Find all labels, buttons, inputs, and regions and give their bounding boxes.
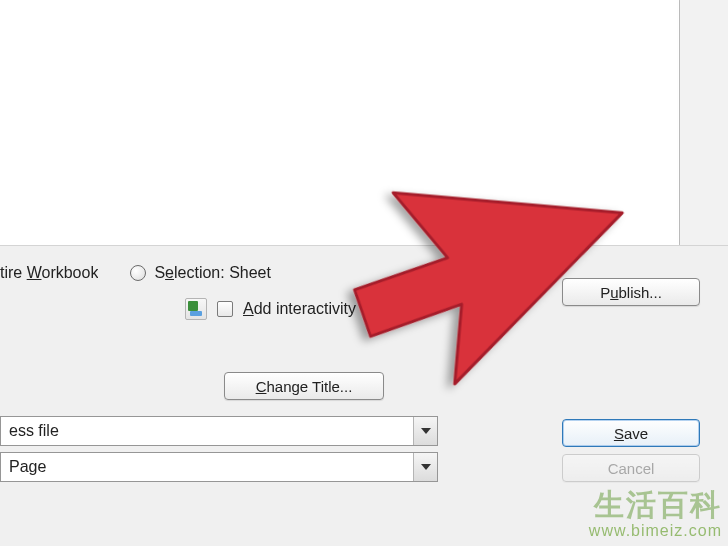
text-fragment: blish...: [619, 284, 662, 301]
add-interactivity-label: Add interactivity: [243, 300, 356, 318]
selection-sheet-label: Selection: Sheet: [154, 264, 271, 282]
file-name-combo[interactable]: ess file: [0, 416, 438, 446]
excel-web-icon: [185, 298, 207, 320]
text-fragment: ave: [624, 425, 648, 442]
publish-button[interactable]: Publish...: [562, 278, 700, 306]
selection-sheet-radio[interactable]: Selection: Sheet: [130, 264, 271, 282]
add-interactivity-checkbox[interactable]: [217, 301, 233, 317]
text-fragment: lection: Sheet: [174, 264, 271, 281]
right-gutter: [680, 0, 728, 245]
access-key: S: [614, 425, 624, 442]
access-key: W: [27, 264, 42, 281]
dropdown-arrow-icon[interactable]: [413, 453, 437, 481]
entire-workbook-label: tire Workbook: [0, 264, 98, 282]
text-fragment: P: [600, 284, 610, 301]
text-fragment: hange Title...: [266, 378, 352, 395]
text-fragment: dd interactivity: [254, 300, 356, 317]
save-button[interactable]: Save: [562, 419, 700, 447]
cancel-label: Cancel: [608, 460, 655, 477]
cancel-button[interactable]: Cancel: [562, 454, 700, 482]
access-key: A: [243, 300, 254, 317]
save-as-type-combo[interactable]: Page: [0, 452, 438, 482]
save-as-dialog-lower: tire Workbook Selection: Sheet Publish..…: [0, 245, 728, 545]
file-name-value: ess file: [9, 422, 59, 440]
access-key: u: [610, 284, 618, 301]
radio-icon: [130, 265, 146, 281]
text-fragment: tire: [0, 264, 27, 281]
access-key: e: [165, 264, 174, 281]
text-fragment: orkbook: [41, 264, 98, 281]
preview-area: [0, 0, 680, 245]
change-title-button[interactable]: Change Title...: [224, 372, 384, 400]
access-key: C: [256, 378, 267, 395]
text-fragment: S: [154, 264, 165, 281]
save-as-type-value: Page: [9, 458, 46, 476]
dropdown-arrow-icon[interactable]: [413, 417, 437, 445]
